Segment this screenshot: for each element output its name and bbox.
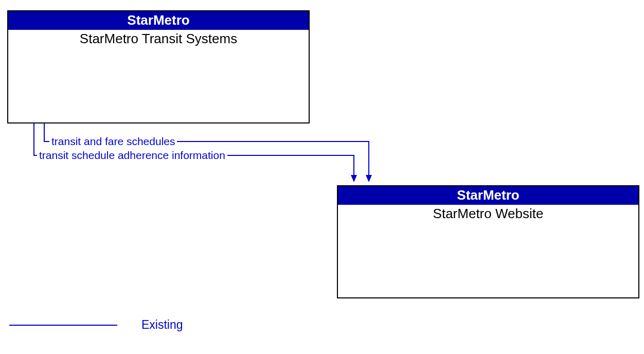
node-starmetro-transit-systems: StarMetro StarMetro Transit Systems: [7, 10, 310, 123]
flow-label-transit-schedule-adherence: transit schedule adherence information: [37, 149, 227, 162]
node-starmetro-website: StarMetro StarMetro Website: [337, 185, 639, 298]
node-header: StarMetro: [338, 186, 638, 205]
node-header: StarMetro: [8, 11, 309, 30]
flow-label-transit-and-fare-schedules: transit and fare schedules: [49, 135, 177, 148]
node-title: StarMetro Website: [338, 205, 638, 222]
legend-line-existing: [9, 325, 117, 326]
diagram-canvas: StarMetro StarMetro Transit Systems Star…: [0, 0, 644, 354]
node-title: StarMetro Transit Systems: [8, 30, 309, 47]
legend-label-existing: Existing: [141, 318, 183, 332]
